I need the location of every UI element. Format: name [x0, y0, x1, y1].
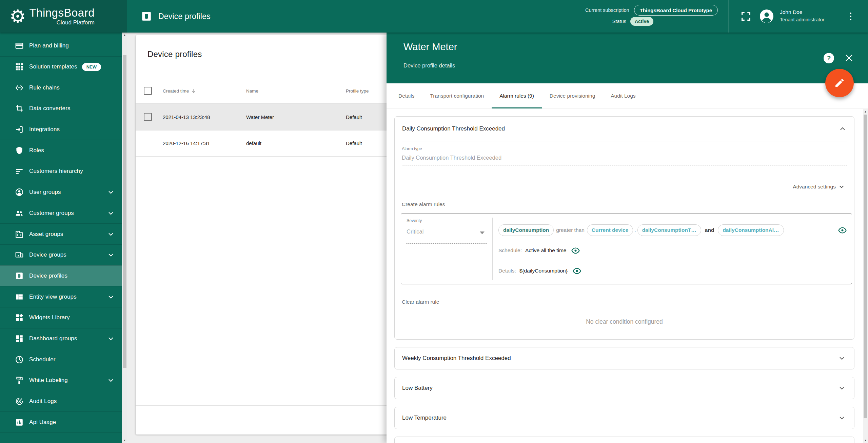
schedule-row: Schedule: Active all the time	[498, 246, 580, 255]
no-clear-condition-text: No clear condition configured	[395, 318, 854, 325]
sidebar-item-asset-groups[interactable]: Asset groups	[0, 223, 122, 244]
sidebar-item-widgets-library[interactable]: Widgets Library	[0, 307, 122, 328]
severity-underline	[406, 243, 487, 244]
condition-row: dailyConsumption greater than Current de…	[498, 224, 847, 236]
kebab-menu-icon[interactable]	[847, 10, 854, 22]
close-icon[interactable]	[845, 54, 853, 62]
sidebar-item-label: Roles	[29, 147, 44, 154]
alarm-card-header[interactable]: Daily Consumption Threshold Exceeded	[402, 117, 847, 141]
view-details-eye-icon[interactable]	[572, 266, 581, 276]
sidebar-item-label: Scheduler	[29, 356, 55, 363]
sidebar-item-label: Integrations	[29, 126, 60, 133]
sidebar-item-entity-view-groups[interactable]: Entity view groups	[0, 286, 122, 307]
page-title: Device profiles	[158, 12, 211, 21]
app-root: ⚙ ThingsBoard Cloud Platform Device prof…	[0, 0, 868, 443]
tab-details[interactable]: Details	[391, 83, 422, 108]
view-condition-eye-icon[interactable]	[838, 226, 847, 235]
device-profile-details-panel: Water Meter Device profile details ? Det…	[387, 33, 868, 443]
subscription-label: Current subscription	[585, 7, 629, 13]
row-checkbox[interactable]	[144, 113, 152, 121]
alarm-card-low-battery[interactable]: Low Battery	[394, 377, 854, 399]
scroll-down-icon[interactable]: ▼	[122, 438, 127, 443]
sidebar-item-api-usage[interactable]: Api Usage	[0, 411, 122, 432]
sidebar-item-white-labeling[interactable]: White Labeling	[0, 370, 122, 391]
condition-separator: .	[634, 227, 636, 233]
edit-fab-button[interactable]	[825, 69, 854, 97]
sidebar-item-data-converters[interactable]: Data converters	[0, 98, 122, 119]
pencil-icon	[834, 78, 845, 88]
alarm-card-low-temperature[interactable]: Low Temperature	[394, 407, 854, 429]
sidebar-item-roles[interactable]: Roles	[0, 140, 122, 161]
alarm-type-label: Alarm type	[402, 146, 422, 151]
column-header-name[interactable]: Name	[246, 88, 258, 93]
sidebar-item-rule-chains[interactable]: Rule chains	[0, 77, 122, 98]
chevron-down-icon	[107, 209, 115, 217]
sidebar-item-customer-groups[interactable]: Customer groups	[0, 203, 122, 224]
sidebar-item-device-profiles[interactable]: Device profiles	[0, 265, 122, 286]
sidebar-item-scheduler[interactable]: Scheduler	[0, 349, 122, 370]
thingsboard-logo[interactable]: ⚙ ThingsBoard Cloud Platform	[0, 0, 127, 33]
sort-desc-icon	[191, 88, 197, 94]
help-icon[interactable]: ?	[824, 53, 834, 63]
alarm-card-weekly-consumption-threshold-exceeded[interactable]: Weekly Consumption Threshold Exceeded	[394, 347, 854, 369]
tab-audit-logs[interactable]: Audit Logs	[603, 83, 643, 108]
avatar[interactable]	[758, 8, 775, 24]
severity-select[interactable]: Critical	[407, 228, 423, 235]
sidebar-item-user-groups[interactable]: User groups	[0, 182, 122, 203]
top-toolbar: ⚙ ThingsBoard Cloud Platform Device prof…	[0, 0, 868, 33]
status-row: Status Active	[612, 17, 653, 26]
scrollbar-thumb[interactable]	[864, 115, 867, 418]
domain-icon	[15, 230, 24, 239]
sidebar-item-audit-logs[interactable]: Audit Logs	[0, 391, 122, 412]
sidebar-item-device-groups[interactable]: Device groups	[0, 244, 122, 265]
sidebar-item-label: Plan and billing	[29, 42, 69, 49]
sidebar-divider	[0, 432, 122, 433]
sidebar-item-solution-templates[interactable]: Solution templatesNEW	[0, 56, 122, 77]
chevron-up-icon[interactable]	[839, 125, 847, 133]
panel-header: Water Meter Device profile details ?	[387, 33, 868, 83]
column-header-profile-type[interactable]: Profile type	[346, 88, 369, 93]
fullscreen-icon[interactable]	[740, 11, 752, 22]
tab-device-provisioning[interactable]: Device provisioning	[542, 83, 603, 108]
sidebar-item-plan-and-billing[interactable]: Plan and billing	[0, 35, 122, 56]
panel-scrollbar[interactable]: ▲ ▼	[863, 109, 868, 443]
sidebar-item-label: Audit Logs	[29, 398, 57, 405]
advanced-settings-toggle[interactable]: Advanced settings	[793, 183, 845, 190]
sidebar-nav: Plan and billingSolution templatesNEWRul…	[0, 33, 122, 443]
panel-subtitle: Device profile details	[403, 62, 455, 69]
chevron-down-icon	[107, 188, 115, 196]
shield-icon	[15, 146, 24, 155]
page-header: Device profiles	[141, 0, 211, 33]
sidebar-item-dashboard-groups[interactable]: Dashboard groups	[0, 328, 122, 349]
tab-transport-configuration[interactable]: Transport configuration	[422, 83, 492, 108]
chevron-down-icon	[838, 183, 845, 190]
tab-alarm-rules-9-[interactable]: Alarm rules (9)	[492, 83, 542, 108]
scroll-up-icon[interactable]: ▲	[122, 33, 127, 38]
alarm-title: Low Temperature	[402, 415, 447, 421]
sidebar-item-label: Widgets Library	[29, 314, 70, 321]
select-all-checkbox[interactable]	[144, 87, 152, 95]
view-schedule-eye-icon[interactable]	[571, 246, 580, 255]
sidebar-item-label: White Labeling	[29, 377, 68, 384]
cell-profile-type: Default	[346, 140, 362, 146]
view-quilt-icon	[15, 293, 24, 301]
scroll-down-icon[interactable]: ▼	[863, 438, 868, 443]
sidebar-item-customers-hierarchy[interactable]: Customers hierarchy	[0, 161, 122, 182]
column-header-created-time[interactable]: Created time	[163, 88, 197, 94]
details-label: Details:	[498, 268, 516, 274]
scroll-up-icon[interactable]: ▲	[863, 109, 868, 114]
select-arrow-icon[interactable]	[480, 231, 485, 234]
sidebar-scrollbar[interactable]: ▲ ▼	[122, 33, 127, 443]
sidebar-item-integrations[interactable]: Integrations	[0, 119, 122, 140]
alarm-rule-box: Severity Critical dailyConsumption great…	[401, 213, 852, 284]
alarm-card-partial[interactable]	[394, 437, 854, 443]
sidebar-item-label: Asset groups	[29, 231, 63, 238]
chevron-down-icon	[107, 230, 115, 238]
chevron-down-icon	[107, 293, 115, 301]
transform-icon	[15, 104, 24, 113]
subscription-pill-button[interactable]: ThingsBoard Cloud Prototype	[634, 5, 718, 16]
scrollbar-thumb[interactable]	[123, 55, 126, 368]
hierarchy-icon	[15, 167, 24, 176]
chevron-down-icon	[838, 384, 846, 392]
condition-attribute-chip: dailyConsumptionT…	[637, 224, 701, 236]
